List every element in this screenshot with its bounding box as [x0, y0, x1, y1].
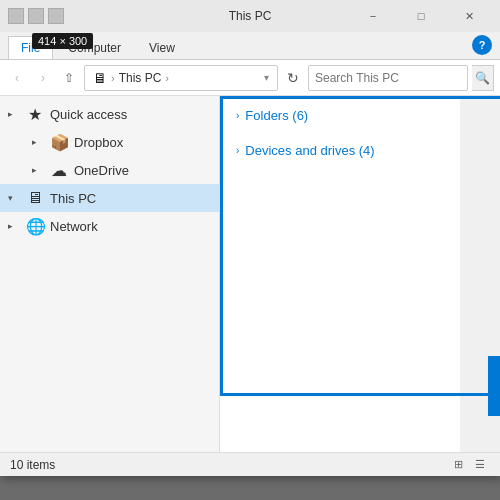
sidebar-item-dropbox[interactable]: ▸ 📦 Dropbox: [0, 128, 219, 156]
this-pc-icon: 🖥: [26, 189, 44, 207]
onedrive-label: OneDrive: [74, 163, 129, 178]
maximize-button[interactable]: □: [398, 0, 444, 32]
expand-arrow-dropbox: ▸: [32, 137, 44, 147]
back-button[interactable]: ‹: [6, 67, 28, 89]
scrollbar-area[interactable]: [460, 96, 500, 476]
list-view-button[interactable]: ☰: [470, 455, 490, 475]
help-button[interactable]: ?: [472, 35, 492, 55]
network-icon: 🌐: [26, 217, 44, 236]
address-dropdown-arrow[interactable]: ▾: [264, 72, 269, 83]
sidebar-item-quick-access[interactable]: ▸ ★ Quick access: [0, 100, 219, 128]
sidebar-item-onedrive[interactable]: ▸ ☁ OneDrive: [0, 156, 219, 184]
folders-section: › Folders (6): [236, 108, 484, 123]
path-separator-2: ›: [165, 72, 169, 84]
grid-view-button[interactable]: ⊞: [448, 455, 468, 475]
expand-arrow-network: ▸: [8, 221, 20, 231]
devices-section: › Devices and drives (4): [236, 143, 484, 158]
sidebar-item-this-pc[interactable]: ▾ 🖥 This PC: [0, 184, 219, 212]
quick-access-icon: ★: [26, 105, 44, 124]
search-submit-button[interactable]: 🔍: [472, 65, 494, 91]
scrollbar-indicator[interactable]: [488, 356, 500, 416]
right-sidebar: [460, 96, 500, 476]
folders-section-title: Folders (6): [245, 108, 308, 123]
window-title: This PC: [229, 9, 272, 23]
dropbox-icon: 📦: [50, 133, 68, 152]
up-button[interactable]: ⇧: [58, 67, 80, 89]
window: This PC − □ ✕ 414 × 300 File Computer Vi…: [0, 0, 500, 476]
network-label: Network: [50, 219, 98, 234]
title-bar-icon-1: [8, 8, 24, 24]
dimension-badge: 414 × 300: [32, 33, 93, 49]
sidebar-item-network[interactable]: ▸ 🌐 Network: [0, 212, 219, 240]
main-area: ▸ ★ Quick access ▸ 📦 Dropbox ▸ ☁ OneDriv…: [0, 96, 500, 476]
scrollbar-track[interactable]: [488, 96, 500, 476]
path-this-pc: This PC: [119, 71, 162, 85]
search-box[interactable]: [308, 65, 468, 91]
refresh-button[interactable]: ↻: [282, 67, 304, 89]
title-bar: This PC − □ ✕: [0, 0, 500, 32]
address-path[interactable]: 🖥 › This PC › ▾: [84, 65, 278, 91]
folders-chevron: ›: [236, 110, 239, 121]
search-input[interactable]: [315, 71, 461, 85]
content-sections: › Folders (6) › Devices and drives (4): [220, 96, 500, 190]
path-separator-1: ›: [111, 72, 115, 84]
item-count: 10 items: [10, 458, 55, 472]
status-bar: 10 items ⊞ ☰: [0, 452, 500, 476]
tab-view[interactable]: View: [136, 36, 188, 59]
title-bar-controls: − □ ✕: [350, 0, 492, 32]
this-pc-label: This PC: [50, 191, 96, 206]
expand-arrow-onedrive: ▸: [32, 165, 44, 175]
pc-icon: 🖥: [93, 70, 107, 86]
nav-panel: ▸ ★ Quick access ▸ 📦 Dropbox ▸ ☁ OneDriv…: [0, 96, 220, 476]
devices-section-header[interactable]: › Devices and drives (4): [236, 143, 484, 158]
quick-access-label: Quick access: [50, 107, 127, 122]
minimize-button[interactable]: −: [350, 0, 396, 32]
view-icons: ⊞ ☰: [448, 455, 490, 475]
title-bar-icon-2: [28, 8, 44, 24]
close-button[interactable]: ✕: [446, 0, 492, 32]
title-bar-icon-3: [48, 8, 64, 24]
forward-button[interactable]: ›: [32, 67, 54, 89]
onedrive-icon: ☁: [50, 161, 68, 180]
expand-arrow-this-pc: ▾: [8, 193, 20, 203]
expand-arrow-quick-access: ▸: [8, 109, 20, 119]
folders-section-header[interactable]: › Folders (6): [236, 108, 484, 123]
address-bar: ‹ › ⇧ 🖥 › This PC › ▾ ↻ 🔍: [0, 60, 500, 96]
dropbox-label: Dropbox: [74, 135, 123, 150]
devices-chevron: ›: [236, 145, 239, 156]
content-panel: › Folders (6) › Devices and drives (4): [220, 96, 500, 476]
devices-section-title: Devices and drives (4): [245, 143, 374, 158]
title-bar-icons: [8, 8, 64, 24]
